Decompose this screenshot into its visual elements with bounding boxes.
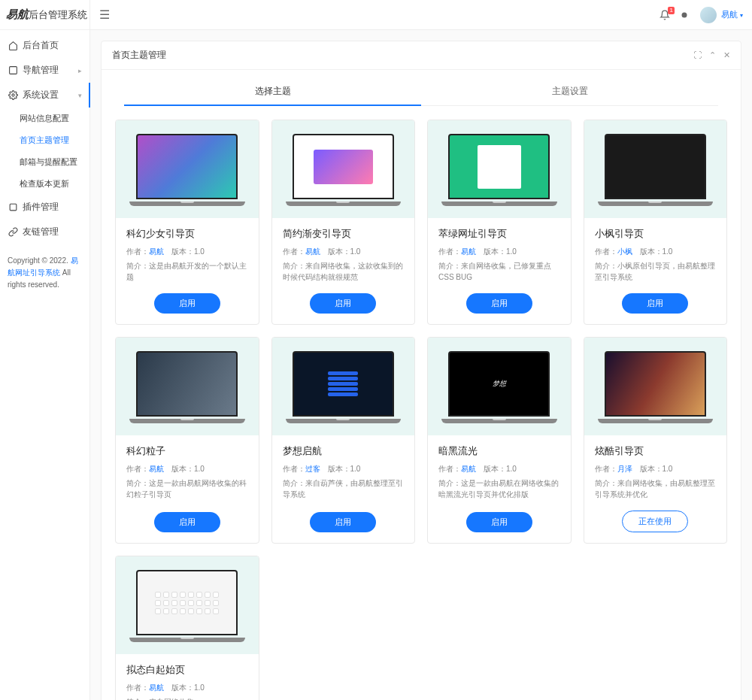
theme-title: 科幻少女引导页 xyxy=(126,227,248,241)
theme-author-link[interactable]: 小枫 xyxy=(617,247,632,256)
theme-thumbnail xyxy=(272,338,415,435)
theme-title: 科幻粒子 xyxy=(126,444,248,458)
theme-desc: 简介：小枫原创引导页，由易航整理至引导系统 xyxy=(595,260,717,283)
notification-badge: 1 xyxy=(668,7,674,14)
theme-icon[interactable] xyxy=(679,10,690,20)
theme-author-link[interactable]: 月泽 xyxy=(617,465,632,473)
theme-thumbnail xyxy=(584,338,727,435)
theme-desc: 简介：来自网络收集 xyxy=(126,696,248,700)
theme-title: 炫酷引导页 xyxy=(595,444,717,458)
theme-action-button[interactable]: 启用 xyxy=(310,512,376,532)
theme-desc: 简介：这是一款由易航在网络收集的暗黑流光引导页并优化排版 xyxy=(438,477,560,500)
theme-thumbnail xyxy=(116,338,259,435)
home-icon xyxy=(8,41,18,51)
link-icon xyxy=(8,227,18,238)
theme-meta: 作者：易航 版本：1.0 xyxy=(126,247,248,257)
theme-action-button[interactable]: 启用 xyxy=(154,293,220,314)
theme-action-button[interactable]: 启用 xyxy=(310,293,376,314)
theme-action-button[interactable]: 正在使用 xyxy=(622,511,688,532)
theme-action-button[interactable]: 启用 xyxy=(154,512,220,532)
theme-desc: 简介：来自葫芦侠，由易航整理至引导系统 xyxy=(283,477,405,500)
theme-card: 萃绿网址引导页作者：易航 版本：1.0简介：来自网络收集，已修复重点CSS BU… xyxy=(427,120,572,325)
theme-title: 简约渐变引导页 xyxy=(283,227,405,241)
theme-card: 拟态白起始页作者：易航 版本：1.0简介：来自网络收集启用 xyxy=(115,556,259,700)
nav-label: 后台首页 xyxy=(23,39,59,52)
theme-author-link[interactable]: 易航 xyxy=(149,465,164,473)
tab-theme-settings[interactable]: 主题设置 xyxy=(421,77,718,105)
theme-thumbnail: 梦想 xyxy=(428,338,571,435)
theme-meta: 作者：过客 版本：1.0 xyxy=(283,464,405,474)
avatar[interactable] xyxy=(700,7,717,23)
theme-desc: 简介：来自网络收集，这款收集到的时候代码结构就很规范 xyxy=(283,260,405,283)
copyright: Copyright © 2022. 易航网址引导系统 All rights re… xyxy=(0,247,89,298)
theme-action-button[interactable]: 启用 xyxy=(466,293,532,314)
chevron-right-icon: ▸ xyxy=(78,67,82,74)
theme-meta: 作者：易航 版本：1.0 xyxy=(283,247,405,257)
close-icon[interactable]: ✕ xyxy=(723,50,730,60)
theme-card: 炫酷引导页作者：月泽 版本：1.0简介：来自网络收集，由易航整理至引导系统并优化… xyxy=(584,337,728,544)
nav-sub-siteinfo[interactable]: 网站信息配置 xyxy=(20,108,89,129)
nav-plugins[interactable]: 插件管理 xyxy=(0,195,89,220)
theme-meta: 作者：月泽 版本：1.0 xyxy=(595,464,717,474)
svg-point-1 xyxy=(11,94,14,96)
theme-card: 小枫引导页作者：小枫 版本：1.0简介：小枫原创引导页，由易航整理至引导系统启用 xyxy=(584,120,728,325)
svg-rect-0 xyxy=(9,67,17,74)
panel-title: 首页主题管理 xyxy=(112,49,166,62)
theme-card: 科幻粒子作者：易航 版本：1.0简介：这是一款由易航网络收集的科幻粒子引导页启用 xyxy=(115,337,259,544)
theme-desc: 简介：这是一款由易航网络收集的科幻粒子引导页 xyxy=(126,477,248,500)
chevron-down-icon: ▾ xyxy=(78,92,82,99)
nav-friendlinks[interactable]: 友链管理 xyxy=(0,220,89,244)
fullscreen-icon[interactable]: ⛶ xyxy=(693,50,702,60)
nav-label: 导航管理 xyxy=(23,64,59,77)
nav-sub-update[interactable]: 检查版本更新 xyxy=(20,173,89,195)
theme-meta: 作者：易航 版本：1.0 xyxy=(126,464,248,474)
theme-author-link[interactable]: 易航 xyxy=(149,683,164,692)
nav-home[interactable]: 后台首页 xyxy=(0,33,89,58)
theme-title: 拟态白起始页 xyxy=(126,663,248,677)
nav-label: 友链管理 xyxy=(23,226,59,238)
theme-author-link[interactable]: 易航 xyxy=(461,247,476,256)
theme-thumbnail xyxy=(272,120,415,218)
theme-meta: 作者：小枫 版本：1.0 xyxy=(595,247,717,257)
theme-desc: 简介：来自网络收集，由易航整理至引导系统并优化 xyxy=(595,477,717,500)
logo: 易航后台管理系统 xyxy=(0,0,89,30)
nav-settings[interactable]: 系统设置 ▾ xyxy=(0,83,89,108)
theme-title: 小枫引导页 xyxy=(595,227,717,241)
theme-thumbnail xyxy=(116,120,259,218)
theme-meta: 作者：易航 版本：1.0 xyxy=(438,247,560,257)
nav-sub-theme[interactable]: 首页主题管理 xyxy=(20,129,89,151)
collapse-icon[interactable]: ⌃ xyxy=(709,50,716,60)
chevron-down-icon: ▾ xyxy=(740,12,743,19)
theme-thumbnail xyxy=(116,556,259,654)
theme-meta: 作者：易航 版本：1.0 xyxy=(126,683,248,693)
theme-card: 梦想启航作者：过客 版本：1.0简介：来自葫芦侠，由易航整理至引导系统启用 xyxy=(271,337,416,544)
tab-select-theme[interactable]: 选择主题 xyxy=(124,77,421,105)
theme-action-button[interactable]: 启用 xyxy=(466,512,532,532)
theme-card: 简约渐变引导页作者：易航 版本：1.0简介：来自网络收集，这款收集到的时候代码结… xyxy=(271,120,416,325)
theme-author-link[interactable]: 易航 xyxy=(149,247,164,256)
compass-icon xyxy=(8,65,18,76)
nav-label: 插件管理 xyxy=(23,201,59,214)
notification-icon[interactable]: 1 xyxy=(660,10,670,20)
gear-icon xyxy=(8,90,18,101)
username-dropdown[interactable]: 易航 ▾ xyxy=(721,9,743,20)
theme-author-link[interactable]: 过客 xyxy=(305,465,320,473)
theme-title: 暗黑流光 xyxy=(438,444,560,458)
nav-navigation[interactable]: 导航管理 ▸ xyxy=(0,58,89,83)
svg-rect-2 xyxy=(10,204,17,211)
theme-card: 梦想暗黑流光作者：易航 版本：1.0简介：这是一款由易航在网络收集的暗黑流光引导… xyxy=(427,337,572,544)
theme-action-button[interactable]: 启用 xyxy=(622,293,688,314)
theme-meta: 作者：易航 版本：1.0 xyxy=(438,464,560,474)
theme-desc: 简介：这是由易航开发的一个默认主题 xyxy=(126,260,248,283)
menu-toggle[interactable]: ☰ xyxy=(99,8,110,22)
nav-sub-mail[interactable]: 邮箱与提醒配置 xyxy=(20,151,89,173)
theme-author-link[interactable]: 易航 xyxy=(461,465,476,473)
theme-card: 科幻少女引导页作者：易航 版本：1.0简介：这是由易航开发的一个默认主题启用 xyxy=(115,120,259,325)
plugin-icon xyxy=(8,202,18,213)
theme-thumbnail xyxy=(584,120,727,218)
theme-thumbnail xyxy=(428,120,571,218)
theme-author-link[interactable]: 易航 xyxy=(305,247,320,256)
svg-point-3 xyxy=(681,12,687,17)
theme-desc: 简介：来自网络收集，已修复重点CSS BUG xyxy=(438,260,560,283)
theme-title: 萃绿网址引导页 xyxy=(438,227,560,241)
